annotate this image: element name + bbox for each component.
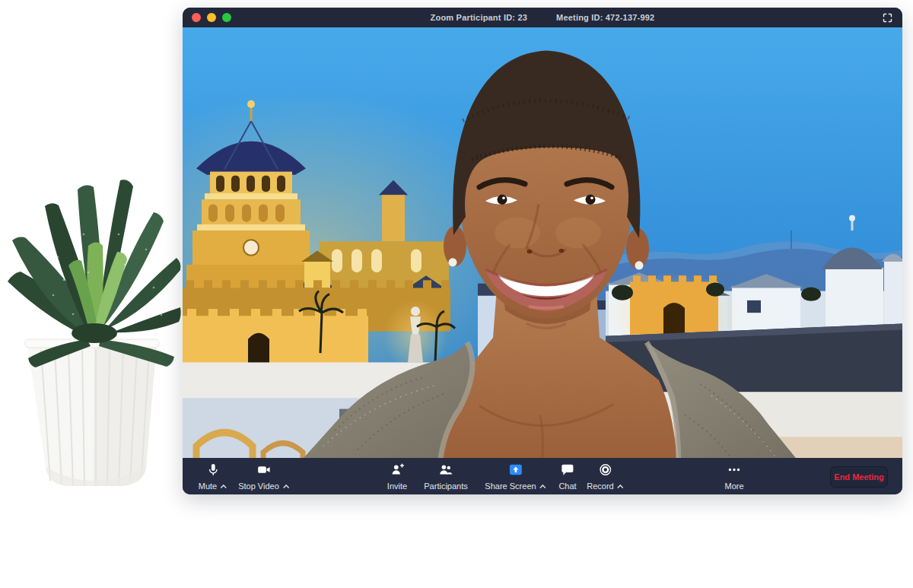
moon-icon[interactable] xyxy=(861,12,873,24)
meeting-id-label: Meeting ID: 472-137-992 xyxy=(556,13,654,22)
meeting-toolbar: Mute Stop Video Invite xyxy=(183,458,902,494)
video-feed xyxy=(183,27,902,466)
more-label: More xyxy=(724,482,743,491)
minimize-button[interactable] xyxy=(207,13,216,22)
invite-button[interactable]: Invite xyxy=(387,458,407,494)
end-meeting-button[interactable]: End Meeting xyxy=(830,466,888,488)
mute-button[interactable]: Mute xyxy=(199,458,227,494)
video-camera-icon xyxy=(256,462,272,477)
microphone-icon xyxy=(206,462,221,477)
zoom-button[interactable] xyxy=(222,13,231,22)
record-button[interactable]: Record xyxy=(587,458,624,494)
record-label: Record xyxy=(587,482,613,491)
chevron-up-icon[interactable] xyxy=(220,484,227,489)
chat-button[interactable]: Chat xyxy=(558,458,576,494)
fullscreen-icon[interactable] xyxy=(882,12,893,24)
participant-video xyxy=(183,27,902,466)
record-circle-icon xyxy=(599,462,613,477)
share-screen-button[interactable]: Share Screen xyxy=(485,458,546,494)
person-add-icon xyxy=(390,462,404,477)
traffic-lights xyxy=(192,13,231,22)
zoom-app-window: Zoom Participant ID: 23 Meeting ID: 472-… xyxy=(183,8,902,494)
close-button[interactable] xyxy=(192,13,201,22)
stop-video-label: Stop Video xyxy=(238,482,279,491)
titlebar-text: Zoom Participant ID: 23 Meeting ID: 472-… xyxy=(183,8,902,27)
participants-label: Participants xyxy=(424,482,467,491)
chat-label: Chat xyxy=(558,482,576,491)
participant-id-label: Zoom Participant ID: 23 xyxy=(431,13,527,22)
share-screen-up-arrow-icon xyxy=(507,462,523,477)
mute-label: Mute xyxy=(199,482,217,491)
participants-button[interactable]: Participants xyxy=(424,458,467,494)
potted-plant xyxy=(5,166,184,494)
chat-bubble-icon xyxy=(561,462,575,477)
people-icon xyxy=(437,462,453,477)
end-meeting-label: End Meeting xyxy=(834,472,883,482)
ellipsis-icon xyxy=(727,462,742,477)
chevron-up-icon[interactable] xyxy=(539,484,547,489)
window-titlebar: Zoom Participant ID: 23 Meeting ID: 472-… xyxy=(183,8,902,27)
invite-label: Invite xyxy=(387,482,407,491)
chevron-up-icon[interactable] xyxy=(282,484,290,489)
more-button[interactable]: More xyxy=(724,458,743,494)
share-screen-label: Share Screen xyxy=(485,482,536,491)
chevron-up-icon[interactable] xyxy=(617,484,625,489)
stop-video-button[interactable]: Stop Video xyxy=(238,458,290,494)
